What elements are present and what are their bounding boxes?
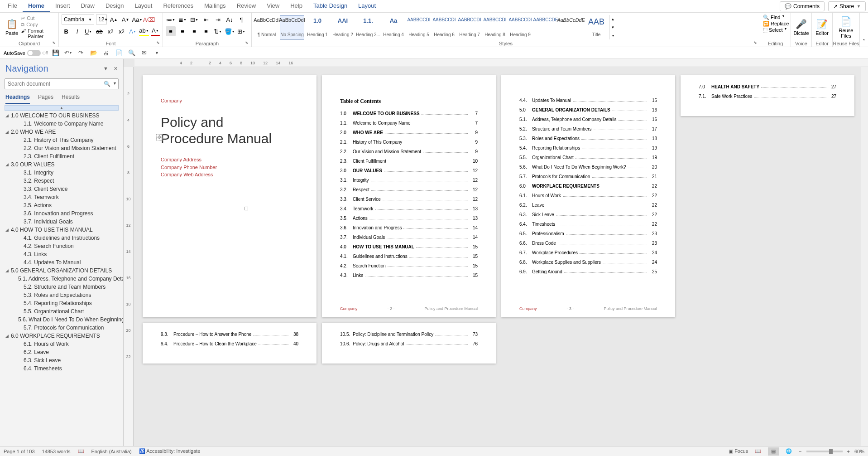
toc-entry[interactable]: 6.4.Timesheets22 bbox=[519, 222, 657, 227]
align-center-button[interactable]: ≡ bbox=[177, 26, 187, 36]
grow-font-button[interactable]: A▲ bbox=[109, 15, 119, 24]
style-heading-7[interactable]: AABBCCDIHeading 7 bbox=[457, 15, 482, 39]
toc-entry[interactable]: 10.5.Policy: Discipline and Termination … bbox=[340, 332, 478, 337]
copy-button[interactable]: ⧉Copy bbox=[21, 22, 56, 28]
toc-entry[interactable]: 3.7.Individual Goals14 bbox=[340, 235, 478, 240]
style-scroll-down[interactable]: ▼ bbox=[610, 23, 616, 31]
change-case-button[interactable]: Aa▼ bbox=[132, 15, 142, 24]
font-color-button[interactable]: A▼ bbox=[151, 26, 160, 36]
style-scroll-up[interactable]: ▲ bbox=[610, 15, 616, 23]
toc-entry[interactable]: 6.2.Leave22 bbox=[519, 203, 657, 208]
tree-item[interactable]: 6.1. Hours of Work bbox=[0, 340, 123, 348]
reuse-button[interactable]: 📄 Reuse Files bbox=[835, 14, 857, 41]
toc-entry[interactable]: 5.3.Roles and Expectations18 bbox=[519, 136, 657, 141]
tree-toggle-icon[interactable]: ◢ bbox=[5, 228, 11, 232]
page-1[interactable]: ✥ Company Policy andProcedure Manual Com… bbox=[143, 75, 317, 317]
tab-mailings[interactable]: Mailings bbox=[199, 0, 231, 12]
cut-button[interactable]: ✂Cut bbox=[21, 15, 56, 21]
style-heading-3-[interactable]: 1.1.Heading 3... bbox=[356, 15, 380, 39]
toc-entry[interactable]: 6.1.Hours of Work22 bbox=[519, 193, 657, 198]
toc-entry[interactable]: 4.1.Guidelines and Instructions15 bbox=[340, 254, 478, 259]
tree-toggle-icon[interactable]: ◢ bbox=[5, 268, 11, 273]
toc-entry[interactable]: 4.0HOW TO USE THIS MANUAL15 bbox=[340, 244, 478, 249]
page-2[interactable]: Table of Contents 1.0WELCOME TO OUR BUSI… bbox=[322, 75, 496, 317]
tree-item[interactable]: 3.7. Individual Goals bbox=[0, 218, 123, 226]
tab-layout[interactable]: Layout bbox=[129, 0, 158, 12]
tree-item[interactable]: ◢4.0 HOW TO USE THIS MANUAL bbox=[0, 226, 123, 234]
tab-file[interactable]: File bbox=[2, 0, 23, 12]
status-words[interactable]: 14853 words bbox=[42, 449, 71, 454]
tab-draw[interactable]: Draw bbox=[76, 0, 100, 12]
toc-entry[interactable]: 6.7.Workplace Procedures24 bbox=[519, 250, 657, 255]
tab-references[interactable]: References bbox=[158, 0, 198, 12]
tree-item[interactable]: 2.1. History of This Company bbox=[0, 136, 123, 144]
tree-item[interactable]: 5.1. Address, Telephone and Company Deta… bbox=[0, 275, 123, 283]
tree-toggle-icon[interactable]: ◢ bbox=[5, 334, 11, 338]
tab-review[interactable]: Review bbox=[231, 0, 262, 12]
style-heading-4[interactable]: AaHeading 4 bbox=[381, 15, 406, 39]
styles-launcher[interactable]: ⬊ bbox=[753, 40, 759, 46]
toc-entry[interactable]: 1.1.Welcome to Company Name7 bbox=[340, 121, 478, 126]
tab-layout[interactable]: Layout bbox=[353, 0, 381, 12]
tree-item[interactable]: 5.2. Structure and Team Members bbox=[0, 283, 123, 291]
redo-button[interactable]: ↷ bbox=[76, 48, 86, 58]
strike-button[interactable]: ab bbox=[95, 26, 104, 36]
page-6[interactable]: 10.5.Policy: Discipline and Termination … bbox=[322, 323, 496, 364]
nav-tab-pages[interactable]: Pages bbox=[38, 94, 53, 104]
style-no-spacing[interactable]: AaBbCcDdINo Spacing bbox=[280, 15, 304, 39]
tab-table-design[interactable]: Table Design bbox=[308, 0, 353, 12]
tree-item[interactable]: 5.6. What Do I Need To Do When Beginning… bbox=[0, 315, 123, 324]
comments-button[interactable]: 💬 Comments bbox=[780, 1, 825, 11]
horizontal-ruler[interactable]: 42246810121416 bbox=[134, 59, 868, 67]
nav-tab-headings[interactable]: Headings bbox=[5, 94, 30, 104]
status-page[interactable]: Page 1 of 103 bbox=[4, 449, 35, 454]
tree-item[interactable]: 6.2. Leave bbox=[0, 348, 123, 356]
tree-item[interactable]: 1.1. Welcome to Company Name bbox=[0, 120, 123, 128]
toc-entry[interactable]: 3.4.Teamwork13 bbox=[340, 206, 478, 211]
toc-entry[interactable]: 5.6.What Do I Need To Do When Beginning … bbox=[519, 165, 657, 170]
font-launcher[interactable]: ⬊ bbox=[156, 40, 162, 46]
toc-entry[interactable]: 5.0GENERAL ORGANIZATION DETAILS16 bbox=[519, 107, 657, 112]
superscript-button[interactable]: x2 bbox=[117, 26, 126, 36]
style-expand[interactable]: ▾ bbox=[610, 31, 616, 39]
page-5[interactable]: 9.3.Procedure – How to Answer the Phone3… bbox=[143, 323, 317, 364]
line-spacing-button[interactable]: ⇅▼ bbox=[213, 26, 223, 36]
show-marks-button[interactable]: ¶ bbox=[236, 15, 246, 24]
toc-entry[interactable]: 3.1.Integrity12 bbox=[340, 178, 478, 183]
tree-item[interactable]: 3.4. Teamwork bbox=[0, 193, 123, 201]
tree-toggle-icon[interactable]: ◢ bbox=[5, 113, 11, 118]
replace-button[interactable]: 🔁Replace bbox=[763, 21, 788, 27]
qat-new-button[interactable]: 📄 bbox=[114, 48, 124, 58]
page-3[interactable]: 4.4.Updates To Manual155.0GENERAL ORGANI… bbox=[501, 75, 675, 317]
tree-toggle-icon[interactable]: ◢ bbox=[5, 130, 11, 134]
format-painter-button[interactable]: 🖌Format Painter bbox=[21, 28, 56, 39]
status-language[interactable]: English (Australia) bbox=[91, 449, 132, 454]
search-icon[interactable]: 🔍 bbox=[104, 81, 110, 87]
borders-button[interactable]: ⊞▼ bbox=[236, 26, 246, 36]
toc-entry[interactable]: 3.2.Respect12 bbox=[340, 187, 478, 192]
nav-menu-button[interactable]: ▼ bbox=[103, 66, 108, 72]
toc-entry[interactable]: 6.5.Professionalism23 bbox=[519, 231, 657, 236]
toc-entry[interactable]: 4.3.Links15 bbox=[340, 273, 478, 278]
tree-item[interactable]: 2.3. Client Fulfillment bbox=[0, 152, 123, 160]
toc-entry[interactable]: 2.3.Client Fulfillment10 bbox=[340, 159, 478, 164]
toc-entry[interactable]: 3.6.Innovation and Progress14 bbox=[340, 225, 478, 230]
style-unnamed[interactable]: AABBCCDE bbox=[533, 15, 558, 39]
tree-item[interactable]: 4.4. Updates To Manual bbox=[0, 258, 123, 267]
numbering-button[interactable]: ≣▼ bbox=[177, 15, 187, 24]
toc-entry[interactable]: 3.0OUR VALUES12 bbox=[340, 168, 478, 173]
editor-button[interactable]: 📝 Editor bbox=[815, 14, 830, 41]
subscript-button[interactable]: x2 bbox=[106, 26, 115, 36]
font-size-combo[interactable]: 12▼ bbox=[96, 15, 107, 24]
bullets-button[interactable]: ≔▼ bbox=[166, 15, 176, 24]
text-effects-button[interactable]: A▼ bbox=[128, 26, 137, 36]
toc-entry[interactable]: 6.3.Sick Leave22 bbox=[519, 212, 657, 217]
style-heading-8[interactable]: AABBCCDIHeading 8 bbox=[483, 15, 507, 39]
tree-item[interactable]: 4.3. Links bbox=[0, 250, 123, 258]
toc-entry[interactable]: 9.3.Procedure – How to Answer the Phone3… bbox=[161, 332, 298, 337]
toc-entry[interactable]: 5.4.Reporting Relationships19 bbox=[519, 146, 657, 150]
read-mode-button[interactable]: 📖 bbox=[753, 447, 763, 456]
tree-item[interactable]: 5.5. Organizational Chart bbox=[0, 307, 123, 315]
zoom-level[interactable]: 60% bbox=[854, 449, 864, 454]
italic-button[interactable]: I bbox=[72, 26, 82, 36]
